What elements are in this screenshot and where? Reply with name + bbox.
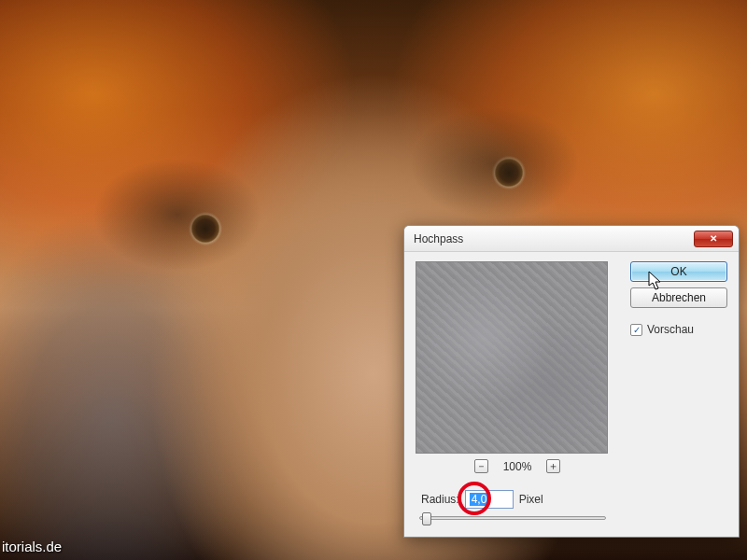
minus-icon: － [476, 461, 486, 471]
preview-checkbox-label: Vorschau [647, 323, 694, 336]
cancel-button[interactable]: Abbrechen [630, 287, 727, 308]
radius-input[interactable]: 4,0 [465, 490, 514, 509]
dialog-body: － 100% ＋ Radius: 4,0 Pixel OK Abbrec [404, 252, 739, 537]
radius-label: Radius: [421, 493, 459, 506]
highpass-filter-dialog: Hochpass ✕ － 100% ＋ Radius: 4,0 Pixel [403, 225, 740, 538]
zoom-out-button[interactable]: － [474, 459, 488, 473]
preview-checkbox[interactable]: ✓ [630, 324, 642, 336]
dialog-title: Hochpass [414, 232, 694, 245]
radius-slider[interactable] [419, 516, 606, 520]
slider-thumb[interactable] [422, 512, 431, 525]
plus-icon: ＋ [548, 461, 558, 471]
dialog-left-column: － 100% ＋ Radius: 4,0 Pixel [416, 261, 619, 525]
checkmark-icon: ✓ [633, 325, 641, 335]
zoom-value: 100% [503, 460, 532, 473]
radius-value: 4,0 [470, 493, 489, 506]
preview-checkbox-row: ✓ Vorschau [630, 323, 727, 336]
watermark-text: itorials.de [2, 539, 62, 554]
radius-control-row: Radius: 4,0 Pixel [416, 490, 619, 509]
dialog-titlebar[interactable]: Hochpass ✕ [404, 226, 739, 252]
zoom-controls: － 100% ＋ [416, 459, 619, 473]
ok-button[interactable]: OK [630, 261, 727, 282]
close-icon: ✕ [710, 233, 717, 244]
dialog-right-column: OK Abbrechen ✓ Vorschau [630, 261, 727, 525]
zoom-in-button[interactable]: ＋ [546, 459, 560, 473]
radius-unit: Pixel [519, 493, 543, 506]
close-button[interactable]: ✕ [694, 231, 733, 247]
filter-preview[interactable] [416, 261, 608, 454]
